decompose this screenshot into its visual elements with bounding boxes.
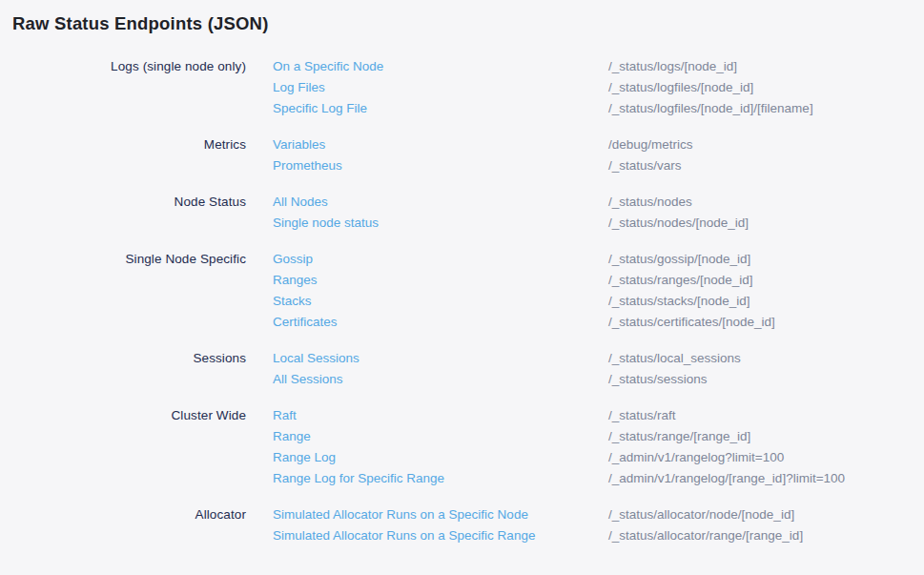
endpoint-row: Range /_status/range/[range_id] xyxy=(273,426,909,447)
endpoint-row: Stacks /_status/stacks/[node_id] xyxy=(273,291,909,312)
endpoint-rows: Local Sessions /_status/local_sessions A… xyxy=(273,348,909,390)
endpoint-group-node-status: Node Status All Nodes /_status/nodes Sin… xyxy=(12,192,909,234)
endpoint-url: /_status/certificates/[node_id] xyxy=(608,312,775,333)
endpoint-row: Ranges /_status/ranges/[node_id] xyxy=(273,270,909,291)
category-label: Sessions xyxy=(12,348,246,369)
endpoint-url: /_status/range/[range_id] xyxy=(608,426,750,447)
endpoint-row: Simulated Allocator Runs on a Specific R… xyxy=(273,525,909,546)
endpoint-row: On a Specific Node /_status/logs/[node_i… xyxy=(273,56,909,77)
endpoint-link[interactable]: Range Log xyxy=(273,447,608,468)
endpoint-rows: Variables /debug/metrics Prometheus /_st… xyxy=(273,134,909,176)
endpoint-url: /debug/metrics xyxy=(608,134,693,155)
endpoint-link[interactable]: On a Specific Node xyxy=(273,56,608,77)
debug-endpoints-page: Raw Status Endpoints (JSON) Logs (single… xyxy=(0,0,924,546)
endpoint-row: All Nodes /_status/nodes xyxy=(273,192,909,213)
category-label: Logs (single node only) xyxy=(12,56,246,77)
endpoint-url: /_status/nodes xyxy=(608,192,692,213)
endpoint-rows: Gossip /_status/gossip/[node_id] Ranges … xyxy=(273,249,909,333)
endpoint-group-cluster-wide: Cluster Wide Raft /_status/raft Range /_… xyxy=(12,405,909,489)
endpoint-group-logs: Logs (single node only) On a Specific No… xyxy=(12,56,909,119)
endpoint-url: /_status/vars xyxy=(608,155,682,176)
endpoint-group-single-node: Single Node Specific Gossip /_status/gos… xyxy=(12,249,909,333)
endpoint-group-sessions: Sessions Local Sessions /_status/local_s… xyxy=(12,348,909,390)
page-title: Raw Status Endpoints (JSON) xyxy=(12,13,909,34)
endpoint-row: Simulated Allocator Runs on a Specific N… xyxy=(273,504,909,525)
endpoint-link[interactable]: Local Sessions xyxy=(273,348,608,369)
endpoint-row: Specific Log File /_status/logfiles/[nod… xyxy=(273,98,909,119)
endpoint-url: /_status/local_sessions xyxy=(608,348,741,369)
endpoint-url: /_status/ranges/[node_id] xyxy=(608,270,753,291)
endpoint-row: Log Files /_status/logfiles/[node_id] xyxy=(273,77,909,98)
endpoint-rows: All Nodes /_status/nodes Single node sta… xyxy=(273,192,909,234)
endpoint-link[interactable]: Specific Log File xyxy=(273,98,608,119)
endpoint-group-allocator: Allocator Simulated Allocator Runs on a … xyxy=(12,504,909,546)
endpoint-url: /_status/stacks/[node_id] xyxy=(608,291,750,312)
endpoint-row: Local Sessions /_status/local_sessions xyxy=(273,348,909,369)
category-label: Allocator xyxy=(12,504,246,525)
endpoint-url: /_status/nodes/[node_id] xyxy=(608,213,749,234)
endpoint-link[interactable]: Log Files xyxy=(273,77,608,98)
endpoint-link[interactable]: All Sessions xyxy=(273,369,608,390)
endpoint-link[interactable]: Simulated Allocator Runs on a Specific R… xyxy=(273,525,608,546)
endpoint-row: Raft /_status/raft xyxy=(273,405,909,426)
endpoint-link[interactable]: Range Log for Specific Range xyxy=(273,468,608,489)
endpoint-url: /_admin/v1/rangelog?limit=100 xyxy=(608,447,784,468)
endpoint-link[interactable]: Range xyxy=(273,426,608,447)
endpoint-url: /_status/allocator/node/[node_id] xyxy=(608,504,794,525)
endpoint-url: /_status/logfiles/[node_id]/[filename] xyxy=(608,98,813,119)
endpoint-url: /_status/logfiles/[node_id] xyxy=(608,77,753,98)
endpoint-row: Range Log /_admin/v1/rangelog?limit=100 xyxy=(273,447,909,468)
endpoint-link[interactable]: Prometheus xyxy=(273,155,608,176)
endpoint-row: Range Log for Specific Range /_admin/v1/… xyxy=(273,468,909,489)
endpoint-row: All Sessions /_status/sessions xyxy=(273,369,909,390)
endpoint-url: /_status/gossip/[node_id] xyxy=(608,249,750,270)
endpoint-url: /_admin/v1/rangelog/[range_id]?limit=100 xyxy=(608,468,845,489)
endpoint-url: /_status/raft xyxy=(608,405,676,426)
endpoint-rows: Simulated Allocator Runs on a Specific N… xyxy=(273,504,909,546)
endpoint-rows: Raft /_status/raft Range /_status/range/… xyxy=(273,405,909,489)
endpoint-link[interactable]: Stacks xyxy=(273,291,608,312)
endpoint-link[interactable]: Variables xyxy=(273,134,608,155)
endpoint-row: Single node status /_status/nodes/[node_… xyxy=(273,213,909,234)
endpoint-group-metrics: Metrics Variables /debug/metrics Prometh… xyxy=(12,134,909,176)
category-label: Node Status xyxy=(12,192,246,213)
endpoint-link[interactable]: Gossip xyxy=(273,249,608,270)
endpoint-row: Certificates /_status/certificates/[node… xyxy=(273,312,909,333)
endpoint-rows: On a Specific Node /_status/logs/[node_i… xyxy=(273,56,909,119)
endpoint-link[interactable]: All Nodes xyxy=(273,192,608,213)
endpoint-url: /_status/allocator/range/[range_id] xyxy=(608,525,803,546)
endpoint-link[interactable]: Certificates xyxy=(273,312,608,333)
category-label: Metrics xyxy=(12,134,246,155)
endpoint-row: Variables /debug/metrics xyxy=(273,134,909,155)
endpoint-link[interactable]: Single node status xyxy=(273,213,608,234)
endpoint-link[interactable]: Simulated Allocator Runs on a Specific N… xyxy=(273,504,608,525)
endpoint-row: Gossip /_status/gossip/[node_id] xyxy=(273,249,909,270)
endpoint-url: /_status/sessions xyxy=(608,369,708,390)
category-label: Cluster Wide xyxy=(12,405,246,426)
endpoint-row: Prometheus /_status/vars xyxy=(273,155,909,176)
endpoint-url: /_status/logs/[node_id] xyxy=(608,56,737,77)
category-label: Single Node Specific xyxy=(12,249,246,270)
endpoint-link[interactable]: Ranges xyxy=(273,270,608,291)
endpoint-link[interactable]: Raft xyxy=(273,405,608,426)
